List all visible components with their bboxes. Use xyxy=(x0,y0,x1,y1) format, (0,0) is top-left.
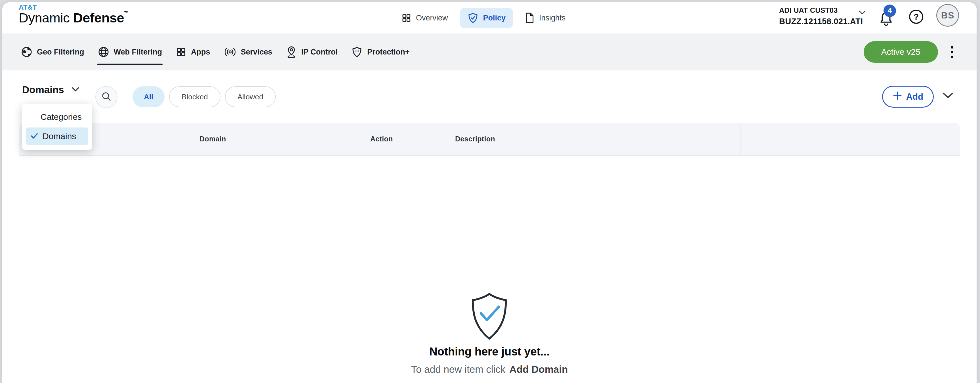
tab-services[interactable]: Services xyxy=(223,34,273,70)
main-nav: Overview Policy Insights xyxy=(398,2,568,34)
empty-state: Nothing here just yet... To add new item… xyxy=(411,292,568,375)
policy-tab-band: Geo Filtering Web Filtering xyxy=(2,34,977,70)
nav-item-overview[interactable]: Overview xyxy=(398,8,451,27)
menu-item-categories[interactable]: Categories xyxy=(26,108,88,126)
tab-label: Protection+ xyxy=(367,48,409,56)
column-header-domain: Domain xyxy=(199,135,226,143)
view-selector-menu: Categories Domains xyxy=(22,104,92,150)
domains-toolbar: Domains All Blocked Allowed xyxy=(2,70,977,113)
apps-grid-icon xyxy=(176,46,186,57)
tab-protection-plus[interactable]: Protection+ xyxy=(351,34,410,70)
tab-apps[interactable]: Apps xyxy=(175,34,211,70)
nav-item-label: Overview xyxy=(416,14,448,22)
product-wordmark: Dynamic Defense™ xyxy=(19,10,129,25)
kebab-menu-button[interactable] xyxy=(947,43,957,61)
policy-tabs: Geo Filtering Web Filtering xyxy=(21,34,410,70)
menu-item-domains[interactable]: Domains xyxy=(26,128,88,145)
plus-icon xyxy=(892,91,902,103)
filter-pill-all[interactable]: All xyxy=(132,86,165,107)
globe-land-icon xyxy=(21,46,32,57)
filter-pill-blocked[interactable]: Blocked xyxy=(169,86,220,107)
account-name: ADI UAT CUST03 xyxy=(779,7,863,14)
chevron-down-icon[interactable] xyxy=(859,10,866,16)
question-icon: ? xyxy=(913,12,919,22)
menu-item-label: Categories xyxy=(41,112,82,122)
avatar[interactable]: BS xyxy=(936,4,959,27)
filter-pill-allowed[interactable]: Allowed xyxy=(225,86,276,107)
nav-item-insights[interactable]: Insights xyxy=(522,8,568,28)
view-selector-label: Domains xyxy=(22,84,64,96)
app-window: AT&T Dynamic Defense™ Overview xyxy=(2,2,977,383)
tab-label: Geo Filtering xyxy=(37,48,84,56)
chevron-down-icon xyxy=(72,87,80,93)
tab-ip-control[interactable]: IP Control xyxy=(285,34,339,70)
tab-label: Apps xyxy=(191,48,210,56)
brand-logo: AT&T Dynamic Defense™ xyxy=(19,4,129,24)
globe-wire-icon xyxy=(98,46,109,57)
top-bar: AT&T Dynamic Defense™ Overview xyxy=(2,2,977,34)
view-selector[interactable]: Domains xyxy=(22,84,80,96)
column-header-description: Description xyxy=(455,135,495,143)
column-divider xyxy=(741,123,741,155)
nav-item-policy[interactable]: Policy xyxy=(460,8,513,28)
grid-icon xyxy=(401,13,411,23)
menu-item-label: Domains xyxy=(43,131,76,141)
empty-state-subtitle: To add new item clickAdd Domain xyxy=(411,364,568,375)
tab-label: IP Control xyxy=(301,48,338,56)
tab-label: Web Filtering xyxy=(114,48,162,56)
tab-label: Services xyxy=(241,48,272,56)
account-switcher[interactable]: ADI UAT CUST03 BUZZ.121158.021.ATI xyxy=(779,7,863,26)
empty-state-hint: To add new item click xyxy=(411,364,506,375)
collapse-toggle-button[interactable] xyxy=(942,92,954,100)
search-button[interactable] xyxy=(95,86,118,108)
nav-item-label: Policy xyxy=(483,14,506,22)
filter-pills: All Blocked Allowed xyxy=(132,86,276,107)
shield-check-graphic xyxy=(468,337,511,342)
location-pin-icon xyxy=(286,46,297,58)
chevron-down-icon xyxy=(942,95,954,100)
notification-badge: 4 xyxy=(883,5,896,17)
empty-state-action-name: Add Domain xyxy=(509,364,568,375)
check-icon xyxy=(31,131,38,141)
shield-check-icon xyxy=(467,12,479,24)
document-icon xyxy=(525,13,535,23)
table-header: Domain Action Description xyxy=(19,123,960,156)
account-id: BUZZ.121158.021.ATI xyxy=(779,17,863,26)
broadcast-icon xyxy=(224,47,236,57)
att-wordmark: AT&T xyxy=(19,4,129,11)
shield-dots-icon xyxy=(351,46,363,57)
search-icon xyxy=(101,91,112,103)
help-button[interactable]: ? xyxy=(909,10,923,24)
add-button[interactable]: Add xyxy=(882,86,934,108)
active-version-button[interactable]: Active v25 xyxy=(864,41,938,63)
empty-state-title: Nothing here just yet... xyxy=(411,345,568,358)
column-header-action: Action xyxy=(370,135,393,143)
tab-geo-filtering[interactable]: Geo Filtering xyxy=(21,34,85,70)
add-button-label: Add xyxy=(906,92,923,102)
tab-web-filtering[interactable]: Web Filtering xyxy=(97,34,163,70)
nav-item-label: Insights xyxy=(539,14,565,22)
bell-icon xyxy=(879,22,893,27)
